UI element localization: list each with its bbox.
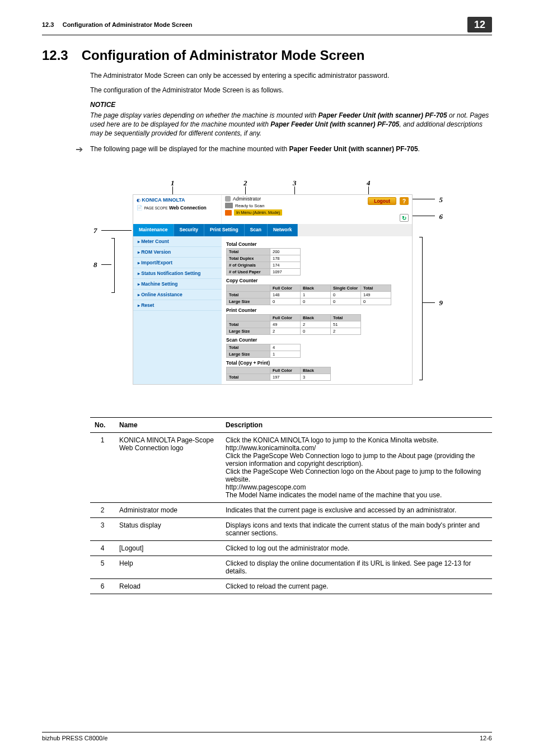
callout-5: 5 <box>439 195 443 204</box>
arrow-note: ➔ The following page will be displayed f… <box>76 144 492 154</box>
sidebar-item-machine-setting[interactable]: Machine Setting <box>133 279 222 290</box>
print-counter-title: Print Counter <box>226 307 407 313</box>
notice-text: The page display varies depending on whe… <box>90 111 492 138</box>
pagescope-logo[interactable]: 📄 PAGE SCOPE Web Connection <box>137 205 218 211</box>
page-footer: bizhub PRESS C8000/e 12-6 <box>42 732 492 741</box>
table-row: 4 [Logout] Clicked to log out the admini… <box>90 541 492 556</box>
page-header: 12.3 Configuration of Administrator Mode… <box>42 17 492 35</box>
table-header-row: No. Name Description <box>90 418 492 433</box>
logo-column: ◐ KONICA MINOLTA 📄 PAGE SCOPE Web Connec… <box>133 195 222 224</box>
footer-left: bizhub PRESS C8000/e <box>42 735 107 741</box>
km-logo[interactable]: ◐ KONICA MINOLTA <box>137 197 218 203</box>
intro-p1: The Administrator Mode Screen can only b… <box>90 71 492 80</box>
callout-9: 9 <box>439 298 443 307</box>
copy-counter-title: Copy Counter <box>226 278 407 283</box>
reload-icon[interactable]: ↻ <box>400 214 409 222</box>
body-text: The Administrator Mode Screen can only b… <box>90 71 492 154</box>
intro-p2: The configuration of the Administrator M… <box>90 86 492 95</box>
total-counter-table: Total200 Total Duplex178 # of Originals1… <box>226 248 301 276</box>
total-cp-title: Total (Copy + Print) <box>226 360 407 366</box>
notice-label: NOTICE <box>90 100 492 109</box>
sidebar-item-status-notification[interactable]: Status Notification Setting <box>133 268 222 279</box>
sidebar-item-rom-version[interactable]: ROM Version <box>133 247 222 258</box>
sidebar-item-reset[interactable]: Reset <box>133 300 222 311</box>
tab-maintenance[interactable]: Maintenance <box>133 224 174 236</box>
total-counter-title: Total Counter <box>226 241 407 247</box>
admin-screenshot-figure: 1 2 3 4 5 6 7 8 9 ◐ KONICA MINOLTA 📄 PAG… <box>88 176 446 389</box>
description-table: No. Name Description 1 KONICA MINOLTA Pa… <box>90 417 492 594</box>
tab-scan[interactable]: Scan <box>245 224 268 236</box>
header-title: Configuration of Administrator Mode Scre… <box>63 21 193 28</box>
tab-network[interactable]: Network <box>268 224 298 236</box>
heading-number: 12.3 <box>42 48 68 63</box>
user-icon <box>225 196 231 202</box>
arrow-icon: ➔ <box>76 145 83 154</box>
table-row: 2 Administrator mode Indicates that the … <box>90 503 492 518</box>
status-menu: In Menu (Admin. Mode) <box>225 209 409 216</box>
chapter-number-box: 12 <box>467 17 492 32</box>
sidebar-item-import-export[interactable]: Import/Export <box>133 258 222 268</box>
th-desc: Description <box>221 418 492 433</box>
sidebar-item-online-assistance[interactable]: Online Assistance <box>133 290 222 300</box>
footer-right: 12-6 <box>480 735 492 741</box>
help-icon[interactable]: ? <box>400 197 409 205</box>
callout-8: 8 <box>93 260 97 269</box>
th-name: Name <box>115 418 221 433</box>
admin-panel: ◐ KONICA MINOLTA 📄 PAGE SCOPE Web Connec… <box>133 194 413 385</box>
description-table-wrap: No. Name Description 1 KONICA MINOLTA Pa… <box>90 417 492 594</box>
printer-icon <box>225 203 233 208</box>
sidebar-item-meter-count[interactable]: Meter Count <box>133 236 222 247</box>
scan-counter-table: Total4 Large Size1 <box>226 344 301 358</box>
tab-security[interactable]: Security <box>174 224 205 236</box>
heading-title: Configuration of Administrator Mode Scre… <box>82 48 365 63</box>
callout-7: 7 <box>93 226 97 235</box>
total-cp-table: Full ColorBlack Total1973 <box>226 367 331 381</box>
tab-bar: Maintenance Security Print Setting Scan … <box>133 224 412 236</box>
logout-button[interactable]: Logout <box>368 197 396 205</box>
header-code: 12.3 <box>42 21 54 28</box>
callout-6: 6 <box>439 212 443 221</box>
section-heading: 12.3 Configuration of Administrator Mode… <box>42 48 492 63</box>
table-row: 5 Help Clicked to display the online doc… <box>90 556 492 579</box>
table-row: 3 Status display Displays icons and text… <box>90 518 492 541</box>
scan-counter-title: Scan Counter <box>226 337 407 343</box>
th-no: No. <box>90 418 115 433</box>
tab-print-setting[interactable]: Print Setting <box>204 224 245 236</box>
warning-icon <box>225 210 232 216</box>
print-counter-table: Full ColorBlackTotal Total49251 Large Si… <box>226 314 361 335</box>
header-left: 12.3 Configuration of Administrator Mode… <box>42 21 193 28</box>
copy-counter-table: Full ColorBlackSingle ColorTotal Total14… <box>226 284 391 305</box>
table-row: 6 Reload Clicked to reload the current p… <box>90 579 492 594</box>
table-row: 1 KONICA MINOLTA Page-Scope Web Connecti… <box>90 433 492 503</box>
content-pane: Total Counter Total200 Total Duplex178 #… <box>222 236 412 384</box>
sidebar: Meter Count ROM Version Import/Export St… <box>133 236 222 384</box>
